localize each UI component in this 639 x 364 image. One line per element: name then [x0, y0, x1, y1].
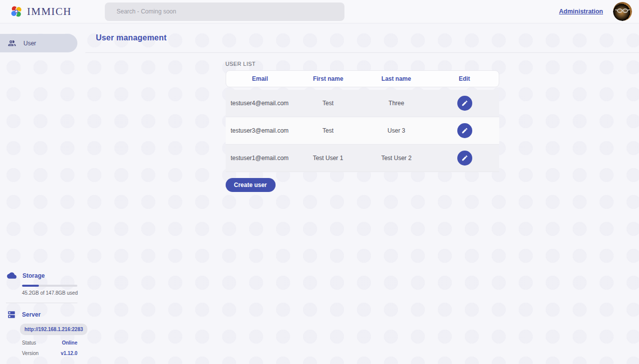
table-row: testuser4@email.com Test Three: [226, 90, 499, 117]
server-label: Server: [22, 311, 40, 318]
cell-email: testuser3@email.com: [226, 127, 294, 134]
status-label: Status: [22, 340, 36, 346]
cell-last-name: Three: [362, 100, 431, 107]
server-icon: [7, 310, 16, 319]
sidebar-item-label: User: [23, 40, 36, 47]
create-user-button[interactable]: Create user: [226, 178, 276, 192]
cell-first-name: Test: [294, 100, 362, 107]
immich-flower-icon: [10, 5, 23, 18]
server-section-header: Server: [7, 310, 85, 319]
table-header-row: Email First name Last name Edit: [226, 70, 499, 87]
cell-first-name: Test: [294, 127, 362, 134]
version-value: v1.12.0: [61, 351, 77, 356]
column-header-email: Email: [226, 75, 295, 82]
pencil-icon: [461, 127, 468, 134]
brand-name: IMMICH: [27, 5, 72, 18]
page-title: User management: [96, 33, 167, 42]
page-header: User management: [85, 23, 639, 53]
sidebar: User Storage 45.2GB of 147.8GB used: [0, 23, 85, 364]
table-body: testuser4@email.com Test Three: [226, 90, 499, 172]
storage-section-header: Storage: [7, 271, 85, 280]
sidebar-nav: User: [0, 23, 85, 52]
cell-first-name: Test User 1: [294, 155, 362, 162]
section-title: USER LIST: [226, 61, 499, 67]
cloud-icon: [7, 271, 16, 280]
cell-email: testuser1@email.com: [226, 155, 294, 162]
storage-progress-fill: [22, 285, 39, 287]
table-row: testuser3@email.com Test User 3: [226, 117, 499, 145]
pencil-icon: [461, 155, 468, 162]
column-header-last-name: Last name: [362, 75, 431, 82]
user-list-section: USER LIST Email First name Last name Edi…: [226, 61, 499, 192]
storage-progress-bar: [22, 285, 77, 287]
status-value: Online: [62, 340, 77, 346]
server-version-row: Version v1.12.0: [22, 351, 77, 356]
sidebar-item-user[interactable]: User: [0, 34, 77, 52]
storage-label: Storage: [22, 272, 45, 279]
edit-user-button[interactable]: [457, 96, 472, 111]
footer-divider: [6, 303, 77, 303]
administration-link[interactable]: Administration: [559, 8, 603, 15]
cell-email: testuser4@email.com: [226, 100, 294, 107]
table-row: testuser1@email.com Test User 1 Test Use…: [226, 145, 499, 172]
version-label: Version: [22, 351, 38, 356]
edit-user-button[interactable]: [457, 151, 472, 166]
pencil-icon: [461, 100, 468, 107]
search-input[interactable]: [105, 2, 344, 21]
column-header-first-name: First name: [294, 75, 362, 82]
server-url-badge: http://192.168.1.216:2283: [20, 324, 87, 335]
column-header-edit: Edit: [430, 75, 499, 82]
storage-usage-text: 45.2GB of 147.8GB used: [22, 290, 85, 296]
cell-last-name: Test User 2: [362, 155, 431, 162]
immich-logo[interactable]: IMMICH: [10, 5, 72, 18]
sidebar-footer: Storage 45.2GB of 147.8GB used Server ht…: [0, 271, 85, 364]
cell-last-name: User 3: [362, 127, 431, 134]
top-bar: IMMICH Administration: [0, 0, 639, 23]
user-avatar[interactable]: [613, 2, 632, 21]
main-content: User management USER LIST Email First na…: [85, 23, 639, 364]
server-status-row: Status Online: [22, 340, 77, 346]
edit-user-button[interactable]: [457, 123, 472, 138]
users-icon: [7, 39, 16, 48]
